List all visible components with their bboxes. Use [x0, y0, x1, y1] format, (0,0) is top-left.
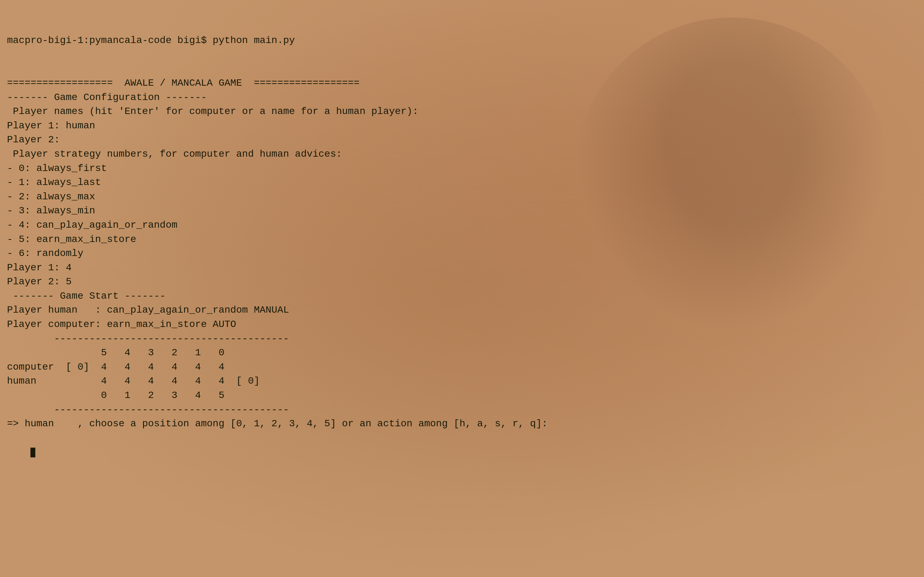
terminal-line-10: - 2: always_max: [7, 190, 917, 204]
terminal-line-6: Player 2:: [7, 133, 917, 147]
terminal-line-18: Player human : can_play_again_or_random …: [7, 303, 917, 318]
terminal-line-19: Player computer: earn_max_in_store AUTO: [7, 318, 917, 332]
terminal-line-5: Player 1: human: [7, 119, 917, 133]
terminal-content: ================== AWALE / MANCALA GAME …: [7, 76, 917, 431]
title-bar-line: macpro-bigi-1:pymancala-code bigi$ pytho…: [7, 34, 917, 48]
terminal-line-8: - 0: always_first: [7, 161, 917, 176]
terminal-line-16: Player 2: 5: [7, 275, 917, 289]
terminal-container: macpro-bigi-1:pymancala-code bigi$ pytho…: [0, 0, 924, 577]
terminal-line-21: ----------------------------------------: [7, 332, 917, 346]
terminal-line-25: 0 1 2 3 4 5: [7, 388, 917, 403]
terminal-line-13: - 5: earn_max_in_store: [7, 232, 917, 247]
terminal-line-17: ------- Game Start -------: [7, 289, 917, 303]
terminal-line-22: 5 4 3 2 1 0: [7, 346, 917, 360]
terminal-line-14: - 6: randomly: [7, 247, 917, 261]
terminal-output: macpro-bigi-1:pymancala-code bigi$ pytho…: [7, 5, 917, 76]
terminal-line-15: Player 1: 4: [7, 261, 917, 275]
cursor-line: [7, 431, 917, 474]
terminal-line-28: => human , choose a position among [0, 1…: [7, 417, 917, 431]
terminal-line-24: human 4 4 4 4 4 4 [ 0]: [7, 374, 917, 388]
terminal-line-1: ================== AWALE / MANCALA GAME …: [7, 76, 917, 90]
terminal-line-9: - 1: always_last: [7, 176, 917, 190]
terminal-line-23: computer [ 0] 4 4 4 4 4 4: [7, 360, 917, 374]
terminal-line-4: Player names (hit 'Enter' for computer o…: [7, 105, 917, 119]
terminal-line-7: Player strategy numbers, for computer an…: [7, 147, 917, 161]
terminal-line-12: - 4: can_play_again_or_random: [7, 218, 917, 232]
terminal-line-26: ----------------------------------------: [7, 403, 917, 417]
cursor: [31, 448, 35, 458]
terminal-line-11: - 3: always_min: [7, 204, 917, 218]
terminal-line-3: ------- Game Configuration -------: [7, 90, 917, 105]
